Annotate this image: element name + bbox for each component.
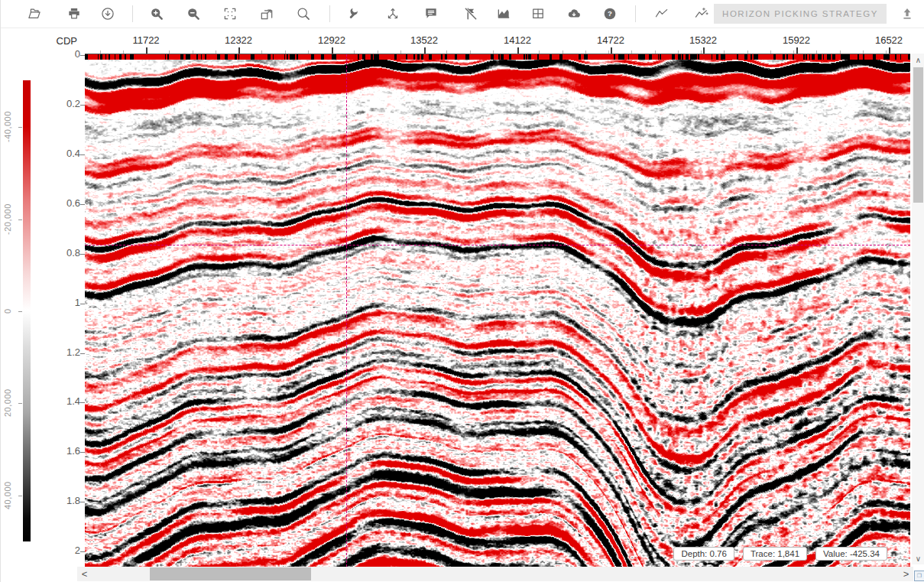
time-tick-label: 1.8 — [45, 495, 80, 506]
cdp-minor-tick — [169, 50, 170, 54]
time-tick — [80, 154, 85, 155]
cdp-minor-tick — [770, 50, 771, 54]
cdp-minor-tick — [655, 50, 656, 54]
horizontal-scrollbar-thumb[interactable] — [150, 567, 311, 580]
cursor-readouts: Depth: 0.76 Trace: 1,841 Value: -425.34 — [673, 547, 887, 561]
toolbar: ? HORIZON PICKING STRATEGY — [1, 0, 924, 28]
cdp-minor-tick — [840, 50, 841, 54]
seismic-section-canvas-area[interactable]: Depth: 0.76 Trace: 1,841 Value: -425.34 — [85, 54, 910, 567]
cdp-axis-title: CDP — [48, 35, 77, 47]
download-icon[interactable] — [100, 6, 115, 21]
time-tick-label: 0.4 — [45, 148, 80, 159]
cdp-minor-tick — [678, 50, 679, 54]
help-icon[interactable]: ? — [602, 6, 618, 21]
fit-to-screen-icon[interactable] — [222, 6, 238, 21]
cdp-major-tick — [796, 47, 798, 54]
cdp-major-tick — [611, 47, 612, 54]
spectrum-chart-icon[interactable] — [496, 6, 511, 21]
auto-horizon-polyline-icon[interactable] — [694, 6, 709, 21]
time-tick-label: 1.6 — [45, 445, 80, 457]
cdp-minor-tick — [793, 50, 794, 54]
cdp-minor-tick — [400, 50, 401, 54]
time-tick — [80, 105, 85, 106]
time-tick — [80, 402, 85, 403]
amplitude-colorbar — [23, 80, 31, 541]
cdp-tick-label: 15322 — [673, 34, 734, 46]
time-tick-label: 0.6 — [45, 197, 80, 209]
cdp-minor-tick — [631, 50, 632, 54]
time-tick-label: 2 — [45, 545, 80, 556]
time-tick-label: 0 — [45, 48, 80, 60]
flag-off-icon[interactable] — [463, 6, 478, 21]
time-tick — [80, 204, 85, 205]
table-icon[interactable] — [530, 6, 546, 21]
cdp-minor-tick — [308, 50, 309, 54]
cdp-major-tick — [424, 47, 426, 54]
colorbar-tick — [18, 219, 22, 220]
trace-readout: Trace: 1,841 — [743, 547, 807, 561]
tools-wrench-icon[interactable] — [345, 6, 360, 21]
colorbar-tick-label: 20,000 — [2, 379, 14, 428]
colorbar-tick — [18, 403, 22, 404]
time-tick-label: 1.2 — [45, 346, 80, 358]
cdp-major-tick — [517, 47, 519, 54]
time-tick — [80, 353, 85, 354]
cdp-tick-label: 12922 — [301, 34, 362, 46]
cdp-tick-label: 13522 — [394, 34, 455, 46]
move-axes-icon[interactable] — [385, 6, 400, 21]
cdp-minor-tick — [378, 50, 378, 54]
cdp-minor-tick — [100, 50, 101, 54]
cdp-tick-label: 16522 — [858, 34, 919, 46]
cdp-minor-tick — [470, 50, 471, 54]
cdp-minor-tick — [747, 50, 748, 54]
cdp-minor-tick — [701, 50, 702, 54]
colorbar-tick — [18, 311, 22, 312]
upload-icon[interactable] — [900, 6, 915, 21]
cdp-minor-tick — [354, 50, 355, 54]
cdp-minor-tick — [585, 50, 586, 54]
print-icon[interactable] — [66, 6, 82, 21]
horizon-polyline-icon[interactable] — [654, 6, 669, 21]
cloud-download-icon[interactable] — [566, 6, 582, 21]
cdp-major-tick — [703, 47, 705, 54]
colorbar-tick — [18, 496, 22, 496]
cdp-minor-tick — [816, 50, 817, 54]
scroll-down-arrow[interactable]: ∨ — [912, 552, 924, 564]
seismic-viewer-window: ? HORIZON PICKING STRATEGY CDP Depth: 0.… — [0, 0, 924, 582]
open-file-icon[interactable] — [27, 6, 42, 21]
cdp-minor-tick — [724, 50, 725, 54]
svg-text:?: ? — [608, 9, 612, 18]
colorbar-tick-label: -20,000 — [2, 195, 14, 244]
resize-corner-widget[interactable]: ❐ — [914, 571, 924, 581]
annotations-icon[interactable] — [423, 6, 439, 21]
pan-expand-icon[interactable] — [259, 6, 274, 21]
toolbar-divider — [132, 5, 133, 22]
seismic-image[interactable] — [85, 54, 910, 567]
zoom-out-icon[interactable] — [186, 6, 201, 21]
depth-readout: Depth: 0.76 — [673, 547, 734, 561]
scroll-left-arrow[interactable]: < — [77, 567, 92, 581]
scroll-right-arrow[interactable]: > — [899, 567, 913, 581]
toolbar-divider — [329, 5, 330, 22]
cdp-tick-label: 11722 — [115, 34, 177, 46]
time-tick — [80, 254, 85, 255]
time-tick-label: 0.2 — [45, 98, 80, 109]
time-tick-label: 0.8 — [45, 247, 80, 258]
vertical-scrollbar-thumb[interactable] — [913, 67, 923, 203]
cdp-major-tick — [332, 47, 333, 54]
time-tick — [80, 452, 85, 453]
scroll-up-arrow[interactable]: ∧ — [912, 54, 924, 66]
zoom-in-icon[interactable] — [149, 6, 164, 21]
cdp-major-tick — [238, 47, 240, 54]
toolbar-divider — [635, 5, 636, 22]
cdp-minor-tick — [493, 50, 494, 54]
cdp-major-tick — [889, 47, 890, 54]
colorbar-tick-label: 0 — [2, 287, 14, 336]
cdp-minor-tick — [608, 50, 609, 54]
time-tick — [80, 502, 85, 502]
time-tick — [80, 55, 85, 56]
horizon-picking-strategy-button[interactable]: HORIZON PICKING STRATEGY — [714, 4, 887, 24]
search-icon[interactable] — [296, 6, 311, 21]
cdp-tick-label: 12322 — [208, 34, 269, 46]
colorbar-tick-label: 40,000 — [2, 471, 14, 520]
